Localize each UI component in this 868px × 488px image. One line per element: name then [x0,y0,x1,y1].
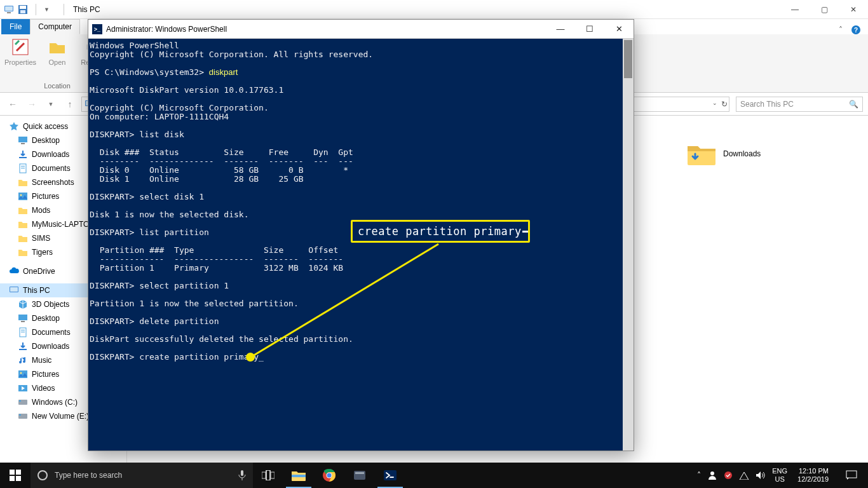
clock[interactable]: 12:10 PM 12/2/2019 [794,467,832,484]
close-button[interactable]: ✕ [839,0,868,19]
save-icon[interactable] [18,4,28,15]
recent-locations-button[interactable]: ▼ [43,97,58,112]
svg-rect-15 [21,166,25,166]
ps-minimize-button[interactable]: — [546,20,575,39]
svg-rect-22 [21,321,25,322]
properties-button[interactable]: Properties [4,37,37,66]
svg-point-18 [20,194,22,196]
powershell-icon [383,468,397,482]
up-button[interactable]: ↑ [62,97,78,112]
action-center-button[interactable] [839,463,864,488]
svg-rect-37 [16,470,21,475]
minimize-button[interactable]: — [780,0,810,19]
svg-rect-44 [271,472,275,478]
maximize-button[interactable]: ▢ [810,0,839,19]
taskbar-app[interactable] [344,463,375,488]
open-button[interactable]: Open [41,37,74,66]
svg-rect-27 [18,370,27,378]
svg-point-28 [20,372,22,374]
volume-icon[interactable] [756,471,766,480]
folder-downloads[interactable]: Downloads [686,141,763,166]
svg-rect-1 [5,6,13,11]
item-icon [18,205,28,215]
security-icon[interactable] [724,471,733,480]
item-icon [18,313,28,323]
powershell-title: Administrator: Windows PowerShell [106,25,227,34]
taskbar-chrome[interactable] [314,463,344,488]
svg-rect-39 [16,476,21,481]
search-box[interactable]: Search This PC 🔍 [736,97,863,112]
cursor-icon [522,231,528,233]
scrollbar-thumb[interactable] [624,40,632,78]
item-icon [18,233,28,243]
svg-rect-13 [19,157,27,158]
item-icon [18,383,28,393]
svg-rect-54 [846,471,857,478]
chrome-icon [322,468,336,482]
svg-point-48 [327,473,332,478]
item-icon [18,355,28,365]
item-icon [18,191,28,201]
taskbar-search[interactable]: Type here to search [31,463,253,488]
item-icon [18,299,28,309]
svg-rect-26 [19,349,27,350]
app-icon [353,468,367,482]
this-pc-icon [4,4,14,15]
taskbar-explorer[interactable] [283,463,314,488]
taskbar-powershell[interactable] [375,463,405,488]
explorer-titlebar: ▼ This PC — ▢ ✕ [0,0,868,19]
cloud-icon [9,266,19,276]
search-icon: 🔍 [849,100,858,109]
svg-rect-20 [10,287,18,292]
item-icon [18,397,28,407]
svg-rect-5 [20,10,25,13]
annotation-callout: create partition primary [351,220,530,243]
scrollbar-vertical[interactable] [623,39,634,451]
addr-dropdown-icon[interactable]: ⌄ [712,100,717,109]
start-button[interactable] [0,463,31,488]
task-view-button[interactable] [253,463,283,488]
cortana-icon [37,470,48,481]
language-indicator[interactable]: ENG US [772,467,787,484]
svg-rect-45 [292,475,306,477]
clock-time: 12:10 PM [797,467,829,475]
svg-rect-42 [262,472,266,478]
tray-chevron-icon[interactable]: ˄ [697,471,701,480]
network-icon[interactable] [739,471,749,480]
microphone-icon[interactable] [238,470,247,481]
svg-rect-50 [355,472,364,474]
powershell-icon: >_ [92,24,102,34]
ribbon-collapse-icon[interactable]: ˄ [839,25,843,34]
item-icon [18,135,28,146]
help-icon[interactable]: ? [851,25,860,34]
dropdown-icon[interactable]: ▼ [44,6,50,13]
quick-access-toolbar: ▼ [0,4,72,15]
tab-file[interactable]: File [1,19,30,34]
item-icon [18,247,28,257]
item-icon [18,411,28,421]
svg-point-40 [38,471,47,480]
clock-date: 12/2/2019 [797,475,829,484]
svg-rect-17 [18,193,27,200]
people-icon[interactable] [707,470,717,480]
ps-close-button[interactable]: ✕ [604,20,634,39]
svg-rect-25 [21,332,25,332]
ribbon-group-location: Location [44,82,71,90]
back-button[interactable]: ← [5,97,20,112]
powershell-titlebar[interactable]: >_ Administrator: Windows PowerShell — ☐… [88,20,634,39]
item-icon [18,219,28,229]
svg-rect-36 [10,470,15,475]
powershell-terminal[interactable]: Windows PowerShell Copyright (C) Microso… [88,39,634,451]
svg-point-52 [710,471,714,475]
star-icon [9,121,19,132]
ps-maximize-button[interactable]: ☐ [575,20,604,39]
item-icon [18,163,28,173]
taskbar: Type here to search ˄ ENG US 12:10 PM 12… [0,463,868,488]
item-icon [18,341,28,351]
forward-button[interactable]: → [24,97,39,112]
refresh-button[interactable]: ↻ [721,100,728,109]
callout-text: create partition primary [358,225,522,238]
tab-computer[interactable]: Computer [30,19,80,34]
item-icon [18,177,28,187]
svg-rect-43 [266,470,270,480]
